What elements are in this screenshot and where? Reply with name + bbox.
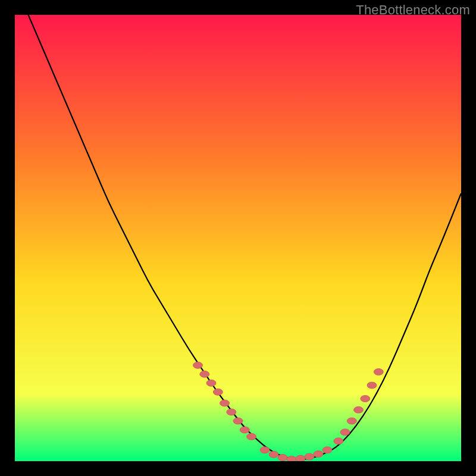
curve-marker (296, 455, 305, 461)
curve-marker (287, 456, 296, 462)
curve-marker (354, 406, 364, 413)
curve-marker (367, 382, 377, 389)
curve-marker (347, 418, 356, 424)
curve-marker (278, 455, 287, 461)
curve-marker (322, 447, 332, 453)
curve-marker (193, 362, 203, 368)
curve-marker (314, 451, 323, 458)
curve-marker (233, 418, 243, 424)
curve-marker (240, 427, 249, 433)
curve-marker (305, 453, 314, 460)
curve-marker (213, 389, 223, 395)
gradient-background (15, 15, 461, 461)
curve-marker (340, 429, 350, 436)
curve-marker (334, 438, 343, 444)
curve-marker (260, 447, 270, 453)
curve-marker (200, 371, 209, 377)
chart-stage: TheBottleneck.com (0, 0, 476, 476)
curve-marker (227, 409, 236, 415)
curve-marker (247, 433, 256, 440)
curve-marker (269, 451, 278, 458)
curve-marker (206, 380, 216, 386)
chart-svg (15, 15, 461, 461)
curve-marker (220, 400, 230, 406)
curve-marker (361, 396, 370, 402)
curve-marker (374, 369, 383, 375)
watermark-text: TheBottleneck.com (356, 2, 470, 18)
plot-area (15, 15, 461, 461)
